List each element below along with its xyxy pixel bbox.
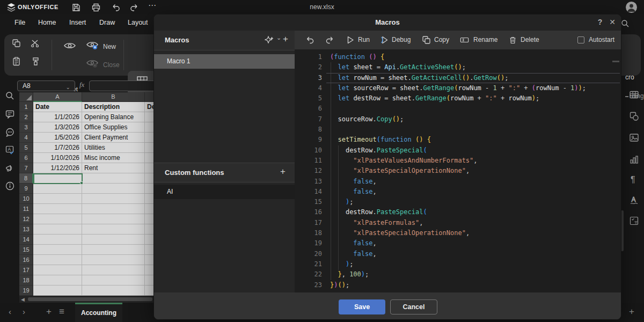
row-header[interactable]: 13 (19, 224, 33, 235)
tab-file[interactable]: File (14, 14, 25, 31)
close-button[interactable]: ✕ (606, 14, 618, 31)
code-line[interactable]: 3 let rowNum = sheet.GetActiveCell().Get… (295, 73, 621, 83)
row-header[interactable]: 2 (19, 112, 33, 122)
row-header[interactable]: 15 (19, 245, 33, 255)
image-settings-icon[interactable] (629, 133, 639, 143)
undo-icon[interactable] (111, 3, 121, 12)
chat-icon[interactable] (5, 128, 14, 137)
cell[interactable]: 1/3/2026 (33, 122, 82, 133)
cell[interactable] (145, 204, 154, 214)
chevron-down-icon[interactable]: ⌄ (276, 34, 281, 41)
cell[interactable] (33, 245, 82, 255)
rename-icon[interactable] (460, 35, 469, 45)
search-panel-icon[interactable] (5, 91, 14, 100)
code-line[interactable]: 7 sourceRow.Copy(); (295, 114, 621, 125)
cell[interactable] (145, 255, 154, 265)
next-sheet-icon[interactable]: › (23, 307, 25, 316)
code-line[interactable]: 4 let sourceRow = sheet.GetRange(rowNum … (295, 83, 621, 93)
code-line[interactable]: 22 }, 100); (295, 269, 621, 280)
sheet-list-icon[interactable]: ≡ (59, 306, 64, 317)
add-function-icon[interactable]: + (280, 166, 286, 177)
help-button[interactable]: ? (594, 14, 606, 31)
row-header[interactable]: 8 (19, 173, 33, 184)
delete-label[interactable]: Delete (521, 31, 539, 49)
autostart-checkbox[interactable] (577, 36, 584, 43)
column-header-b[interactable]: B (82, 92, 145, 102)
cell[interactable] (33, 235, 82, 245)
row-header[interactable]: 19 (19, 286, 33, 296)
cell[interactable] (33, 194, 82, 204)
code-line[interactable]: 14 false, (295, 187, 621, 197)
ai-sparkle-icon[interactable] (265, 35, 274, 45)
slicer-settings-icon[interactable] (629, 216, 639, 226)
select-all-corner[interactable] (19, 92, 33, 102)
cell[interactable]: Description (82, 102, 145, 112)
active-cell-selection[interactable] (33, 173, 83, 184)
cell[interactable] (82, 275, 145, 286)
code-line[interactable]: 15 ); (295, 197, 621, 207)
cell[interactable] (145, 245, 154, 255)
code-line[interactable]: 8 (295, 125, 621, 135)
redo-icon[interactable] (325, 35, 334, 45)
row-header[interactable]: 14 (19, 235, 33, 245)
row-header[interactable]: 16 (19, 255, 33, 265)
row-header[interactable]: 3 (19, 122, 33, 133)
run-icon[interactable] (346, 35, 355, 45)
fill-handle[interactable] (80, 181, 83, 185)
code-line[interactable]: 17 "xlPasteFormulas", (295, 218, 621, 228)
cell[interactable] (145, 224, 154, 235)
redo-icon[interactable] (129, 3, 139, 12)
row-header[interactable]: 10 (19, 194, 33, 204)
custom-function-list-item[interactable]: AI (154, 185, 295, 199)
cell[interactable] (82, 214, 145, 224)
print-icon[interactable] (91, 3, 101, 12)
search-icon[interactable] (621, 19, 630, 28)
dialog-header[interactable]: Macros ? ✕ (154, 14, 621, 31)
column-header-c[interactable] (145, 92, 154, 102)
horizontal-scrollbar-thumb[interactable] (28, 297, 152, 301)
code-line[interactable]: 21 ); (295, 259, 621, 269)
cell[interactable]: Client Payment (82, 133, 145, 143)
copy-label[interactable]: Copy (434, 31, 449, 49)
delete-icon[interactable] (508, 35, 517, 45)
row-header[interactable]: 11 (19, 204, 33, 214)
info-icon[interactable] (5, 181, 14, 191)
cell[interactable] (145, 153, 154, 163)
copy-macro-icon[interactable] (422, 35, 431, 45)
save-icon[interactable] (71, 3, 81, 12)
cell[interactable] (145, 214, 154, 224)
user-avatar[interactable] (626, 2, 637, 13)
code-line[interactable]: 12 "xlPasteSpecialOperationNone", (295, 166, 621, 176)
cell[interactable] (145, 112, 154, 122)
code-line[interactable]: 19 false, (295, 238, 621, 248)
debug-icon[interactable] (379, 35, 389, 45)
row-header[interactable]: 18 (19, 275, 33, 286)
cell[interactable] (33, 265, 82, 275)
cell[interactable]: Date (33, 102, 82, 112)
cell[interactable] (145, 275, 154, 286)
tab-home[interactable]: Home (38, 14, 56, 31)
cell[interactable] (82, 194, 145, 204)
spellcheck-icon[interactable]: A (5, 145, 14, 155)
code-line[interactable]: 10 destRow.PasteSpecial( (295, 145, 621, 156)
row-header[interactable]: 6 (19, 153, 33, 163)
tab-draw[interactable]: Draw (99, 14, 115, 31)
undo-icon[interactable] (305, 35, 314, 45)
cell[interactable] (145, 235, 154, 245)
cell[interactable]: Rent (82, 163, 145, 173)
cell[interactable] (145, 133, 154, 143)
add-sheet-icon[interactable]: + (46, 306, 52, 317)
cell[interactable] (33, 224, 82, 235)
fx-icon[interactable]: fx (79, 80, 84, 89)
tab-insert[interactable]: Insert (69, 14, 86, 31)
code-line[interactable]: 13 false, (295, 177, 621, 187)
cell[interactable]: Opening Balance (82, 112, 145, 122)
code-line[interactable]: 18 "xlPasteSpecialOperationNone", (295, 228, 621, 238)
cell[interactable] (82, 265, 145, 275)
code-line[interactable]: 9 setTimeout(function () { (295, 135, 621, 145)
cancel-button[interactable]: Cancel (390, 299, 437, 314)
cell[interactable]: 1/12/2026 (33, 163, 82, 173)
code-line[interactable]: 1(function () { (295, 52, 621, 62)
cell[interactable] (145, 265, 154, 275)
code-line[interactable]: 23})(); (295, 280, 621, 290)
